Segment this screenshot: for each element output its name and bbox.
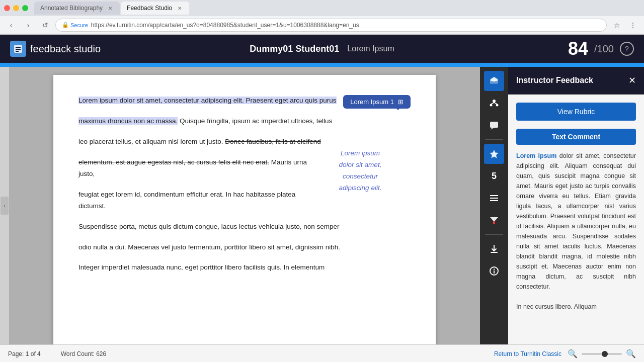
annotation-tooltip[interactable]: Lorem Ipsum 1 ⊞ (343, 95, 411, 109)
return-to-turnitin-link[interactable]: Return to Turnitin Classic (494, 350, 561, 357)
svg-rect-17 (490, 200, 498, 201)
browser-tabs: Annotated Bibliography ✕ Feedback Studio… (34, 2, 640, 15)
browser-chrome: Annotated Bibliography ✕ Feedback Studio… (0, 0, 644, 35)
document-text: Lorem ipsum dolor sit amet, consectetur … (78, 95, 411, 274)
svg-rect-19 (493, 221, 495, 224)
tab-close-icon[interactable]: ✕ (176, 5, 183, 12)
info-tool-btn[interactable] (484, 261, 504, 281)
header-right: 84 /100 ? (568, 38, 634, 59)
strikethrough-text-1: Donec faucibus, felis at eleifend (225, 138, 321, 145)
right-toolbar: 5 (480, 67, 508, 344)
svg-rect-15 (490, 195, 498, 196)
svg-line-10 (491, 103, 494, 104)
main-layout: ‹ Lorem Ipsum 1 ⊞ Lorem ipsum dolor sit … (0, 67, 644, 344)
grade-tool-btn[interactable] (484, 144, 504, 164)
comment-text-body: Lorem ipsum dolor sit amet, consectetur … (516, 151, 636, 312)
browser-actions: ☆ ⋮ (610, 18, 640, 32)
svg-rect-6 (490, 82, 498, 83)
status-right: Return to Turnitin Classic 🔍 🔍 (494, 349, 636, 358)
page-info: Page: 1 of 4 (8, 350, 41, 357)
toggle-icon: ‹ (1, 197, 9, 215)
paragraph-3: leo placerat tellus, et aliquam nisl lor… (78, 136, 411, 148)
comment-highlight: Lorem ipsum (516, 152, 556, 159)
paragraph-6: Suspendisse porta, metus quis dictum con… (78, 221, 411, 233)
svg-point-23 (494, 268, 495, 269)
browser-nav: ‹ › ↺ 🔒 Secure https://ev.turnitin.com/a… (0, 16, 644, 34)
extensions-btn[interactable]: ⋮ (626, 18, 640, 32)
grade-count: 5 (492, 171, 497, 182)
svg-rect-3 (16, 51, 19, 52)
svg-marker-13 (491, 128, 494, 130)
paragraph-7: odio nulla a dui. Maecenas vel justo fer… (78, 242, 411, 253)
app-title: feedback studio (30, 43, 101, 55)
tab-annotated-bibliography[interactable]: Annotated Bibliography ✕ (34, 2, 120, 15)
layers-tool-btn[interactable] (484, 71, 504, 91)
tab-feedback-studio[interactable]: Feedback Studio ✕ (121, 2, 189, 15)
secure-badge: 🔒 Secure (62, 22, 88, 28)
tab-label: Feedback Studio (127, 5, 172, 12)
close-window-btn[interactable] (4, 5, 10, 11)
paragraph-2: maximus rhoncus non ac massa. Quisque fr… (78, 116, 411, 127)
strikethrough-text-2: elementum, est augue egestas nisl, ac cu… (78, 158, 269, 166)
app-header: feedback studio Dummy01 Student01 Lorem … (0, 35, 644, 63)
tool-divider-2 (485, 234, 503, 235)
tab-label: Annotated Bibliography (40, 5, 103, 12)
status-bar: Page: 1 of 4 Word Count: 626 Return to T… (0, 344, 644, 362)
share-tool-btn[interactable] (484, 93, 504, 113)
zoom-out-btn[interactable]: 🔍 (568, 349, 578, 358)
zoom-controls: 🔍 🔍 (568, 349, 636, 358)
minimize-window-btn[interactable] (13, 5, 19, 11)
maximize-window-btn[interactable] (22, 5, 28, 11)
header-center: Dummy01 Student01 Lorem Ipsum (250, 44, 394, 54)
view-rubric-button[interactable]: View Rubric (516, 103, 636, 121)
italic-text-1: Lorem ipsumdolor sit amet,consecteturadi… (310, 148, 411, 194)
svg-marker-14 (490, 150, 499, 158)
back-btn[interactable]: ‹ (4, 18, 18, 32)
toolbar-strip (0, 63, 644, 67)
document-page: Lorem Ipsum 1 ⊞ Lorem ipsum dolor sit am… (53, 75, 436, 344)
score-max: /100 (594, 43, 614, 55)
tool-divider-1 (485, 139, 503, 140)
forward-btn[interactable]: › (21, 18, 35, 32)
svg-point-7 (493, 100, 496, 103)
feedback-close-btn[interactable]: ✕ (628, 75, 636, 86)
svg-rect-12 (490, 122, 498, 128)
feedback-panel: Instructor Feedback ✕ View Rubric Text C… (508, 67, 644, 344)
feedback-panel-header: Instructor Feedback ✕ (508, 67, 644, 95)
document-area: Lorem Ipsum 1 ⊞ Lorem ipsum dolor sit am… (9, 67, 480, 344)
address-text: https://ev.turnitin.com/app/carta/en_us?… (91, 22, 359, 29)
secure-label: Secure (70, 22, 88, 28)
address-bar[interactable]: 🔒 Secure https://ev.turnitin.com/app/car… (55, 19, 607, 32)
svg-rect-20 (491, 252, 498, 253)
window-controls (4, 5, 28, 11)
zoom-slider[interactable] (582, 353, 622, 355)
paragraph-8: Integer imperdiet malesuada nunc, eget p… (78, 262, 411, 274)
word-count: Word Count: 626 (61, 350, 107, 357)
svg-rect-22 (494, 270, 495, 274)
feedback-panel-body: View Rubric Text Comment Lorem ipsum dol… (508, 95, 644, 344)
grade-number-display: 5 (484, 166, 504, 186)
text-comment-label: Text Comment (516, 129, 636, 145)
comment-tool-btn[interactable] (484, 115, 504, 135)
help-button[interactable]: ? (620, 42, 634, 56)
reload-btn[interactable]: ↺ (38, 18, 52, 32)
bookmark-btn[interactable]: ☆ (610, 18, 624, 32)
feedback-panel-title: Instructor Feedback (516, 76, 593, 85)
left-sidebar-toggle[interactable]: ‹ (0, 67, 9, 344)
highlighted-text-1: Lorem ipsum dolor sit amet, consectetur … (78, 97, 337, 104)
filter-tool-btn[interactable] (484, 210, 504, 230)
svg-rect-2 (16, 49, 21, 50)
zoom-in-btn[interactable]: 🔍 (626, 349, 636, 358)
zoom-thumb[interactable] (602, 351, 608, 357)
score-value: 84 (568, 38, 588, 59)
svg-point-8 (490, 104, 493, 107)
list-tool-btn[interactable] (484, 188, 504, 208)
assignment-name: Lorem Ipsum (347, 44, 394, 53)
svg-line-11 (494, 103, 497, 104)
tab-close-icon[interactable]: ✕ (107, 5, 114, 12)
download-tool-btn[interactable] (484, 239, 504, 259)
tooltip-label: Lorem Ipsum 1 (350, 98, 394, 106)
app-logo: feedback studio (10, 41, 101, 57)
svg-rect-1 (16, 47, 21, 48)
grid-icon: ⊞ (398, 98, 404, 106)
